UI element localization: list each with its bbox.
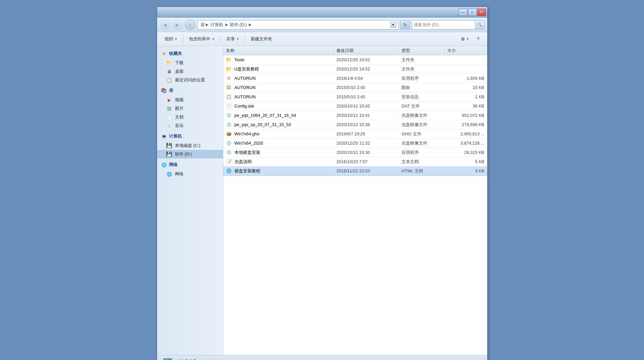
- file-cell-size-8: 2,900,813 ...: [445, 129, 487, 139]
- sidebar-recent-label: 最近访问的位置: [175, 77, 205, 83]
- sidebar-item-music[interactable]: ♪ 音乐: [157, 121, 223, 130]
- file-cell-type-0: 文件夹: [399, 55, 445, 65]
- column-header-size[interactable]: 大小: [445, 46, 487, 55]
- breadcrumb-sep-1: ▶: [206, 22, 208, 27]
- organize-button[interactable]: 组织 ▼: [161, 34, 181, 44]
- file-cell-size-4: 1 KB: [445, 92, 487, 102]
- share-button[interactable]: 共享 ▼: [223, 34, 243, 44]
- table-row[interactable]: 📋 AUTORUN 2015/5/10 2:45 安装信息 1 KB: [223, 92, 487, 102]
- file-name-12: 硬盘安装教程: [235, 168, 260, 174]
- table-row[interactable]: 💿 Win7x64_2020 2020/12/25 11:32 光盘映像文件 3…: [223, 139, 487, 148]
- file-cell-date-12: 2016/11/21 22:03: [334, 166, 399, 176]
- breadcrumb-drive[interactable]: 软件 (D:): [229, 21, 248, 28]
- table-row[interactable]: 🌐 硬盘安装教程 2016/11/21 22:03 HTML 文档 3 KB: [223, 166, 487, 176]
- help-button[interactable]: ?: [473, 34, 483, 44]
- sidebar-item-doc[interactable]: 📄 文档: [157, 113, 223, 121]
- minimize-button[interactable]: —: [459, 9, 467, 16]
- view-arrow: ▼: [466, 37, 469, 41]
- recent-icon: 📋: [166, 77, 172, 83]
- sidebar-doc-label: 文档: [175, 114, 184, 120]
- file-cell-size-7: 279,696 KB: [445, 120, 487, 129]
- share-arrow: ▼: [236, 37, 239, 41]
- file-cell-size-1: [445, 65, 487, 74]
- table-row[interactable]: ⚙ AUTORUN 2016/1/8 4:54 应用程序 1,926 KB: [223, 74, 487, 83]
- titlebar-buttons: — □ ✕: [459, 9, 486, 16]
- file-name-9: Win7x64_2020: [235, 141, 263, 146]
- column-header-date[interactable]: 修改日期: [334, 46, 399, 55]
- back-button[interactable]: ◀: [160, 20, 170, 30]
- table-row[interactable]: 💿 pe_yqs_1064_20_07_31_16_04 2020/10/12 …: [223, 111, 487, 120]
- file-cell-type-9: 光盘映像文件: [399, 139, 445, 148]
- search-input[interactable]: [412, 22, 475, 27]
- file-cell-size-3: 10 KB: [445, 83, 487, 92]
- close-button[interactable]: ✕: [477, 9, 486, 16]
- file-cell-name-5: 📄 Config.dat: [223, 102, 334, 111]
- file-cell-type-3: 图标: [399, 83, 445, 92]
- file-cell-date-7: 2020/10/12 15:36: [334, 120, 399, 129]
- toolbar-sep-1: [183, 35, 183, 43]
- file-cell-type-1: 文件夹: [399, 65, 445, 74]
- sidebar-item-download[interactable]: 📁 下载: [157, 59, 223, 67]
- table-row[interactable]: 📄 Config.dat 2020/10/12 15:42 DAT 文件 36 …: [223, 102, 487, 111]
- include-label: 包含到库中: [189, 36, 210, 42]
- file-cell-name-12: 🌐 硬盘安装教程: [223, 166, 334, 176]
- file-cell-type-8: GHO 文件: [399, 129, 445, 139]
- maximize-button[interactable]: □: [468, 9, 477, 16]
- refresh-button[interactable]: ↻: [401, 20, 410, 29]
- new-folder-button[interactable]: 新建文件夹: [247, 34, 276, 44]
- file-icon-9: 💿: [226, 140, 232, 146]
- breadcrumb: 🖥 ▶ 计算机 ▶ 软件 (D:) ▶: [200, 21, 389, 28]
- search-button[interactable]: 🔍: [475, 21, 484, 29]
- file-cell-size-6: 652,072 KB: [445, 111, 487, 120]
- sidebar-item-network[interactable]: 🌐 网络: [157, 170, 223, 178]
- doc-icon: 📄: [166, 114, 172, 120]
- file-icon-12: 🌐: [226, 168, 232, 174]
- breadcrumb-computer[interactable]: 计算机: [209, 21, 225, 28]
- file-cell-name-1: 📁 U盘安装教程: [223, 65, 334, 74]
- file-name-0: Tools: [235, 57, 244, 62]
- table-row[interactable]: 📝 光盘说明 2016/10/23 7:07 文本文档 5 KB: [223, 157, 487, 166]
- sidebar-item-recent[interactable]: 📋 最近访问的位置: [157, 76, 223, 84]
- up-button[interactable]: ↑: [185, 20, 195, 30]
- file-name-10: 本地硬盘安装: [235, 150, 260, 156]
- column-header-type[interactable]: 类型: [399, 46, 445, 55]
- sidebar-item-desktop[interactable]: 🖥 桌面: [157, 67, 223, 76]
- file-cell-name-3: 🖼 AUTORUN: [223, 83, 334, 92]
- computer-icon: 💻: [161, 133, 167, 139]
- table-row[interactable]: 💿 本地硬盘安装 2020/10/12 15:30 应用程序 28,315 KB: [223, 148, 487, 157]
- file-cell-type-7: 光盘映像文件: [399, 120, 445, 129]
- sidebar-item-c-drive[interactable]: 💾 本地磁盘 (C:): [157, 141, 223, 150]
- table-row[interactable]: 📁 U盘安装教程 2020/12/25 14:52 文件夹: [223, 65, 487, 74]
- sidebar-favorites-header[interactable]: ★ 收藏夹: [157, 49, 223, 59]
- table-row[interactable]: 🖼 AUTORUN 2015/5/10 2:45 图标 10 KB: [223, 83, 487, 92]
- toolbar-sep-2: [220, 35, 221, 43]
- sidebar-library-header[interactable]: 📚 库: [157, 86, 223, 96]
- file-icon-1: 📁: [226, 66, 232, 72]
- sidebar-item-image[interactable]: 🖼 图片: [157, 104, 223, 113]
- table-row[interactable]: 💿 pe_yqs_xp_20_07_31_15_53 2020/10/12 15…: [223, 120, 487, 129]
- organize-arrow: ▼: [175, 37, 178, 41]
- folder-icon: 📁: [166, 60, 172, 66]
- column-header-name[interactable]: 名称: [223, 46, 334, 55]
- file-cell-name-7: 💿 pe_yqs_xp_20_07_31_15_53: [223, 120, 334, 129]
- forward-button[interactable]: ▶: [172, 20, 183, 30]
- file-cell-date-5: 2020/10/12 15:42: [334, 102, 399, 111]
- view-button[interactable]: ⊞ ▼: [457, 34, 473, 44]
- file-list-container: 名称 修改日期 类型 大小 📁 Tools 2020/12/25 14:52 文…: [223, 46, 487, 355]
- file-name-1: U盘安装教程: [235, 66, 259, 72]
- sidebar-network-header[interactable]: 🌐 网络: [157, 160, 223, 170]
- sidebar-cdrive-label: 本地磁盘 (C:): [175, 143, 200, 149]
- statusbar-drive-icon: [162, 356, 173, 360]
- include-button[interactable]: 包含到库中 ▼: [185, 34, 218, 44]
- sidebar-item-d-drive[interactable]: 💾 软件 (D:): [157, 150, 223, 158]
- sidebar-computer-header[interactable]: 💻 计算机: [157, 131, 223, 141]
- table-row[interactable]: 📦 Win7x64.gho 2019/9/7 19:25 GHO 文件 2,90…: [223, 129, 487, 139]
- sidebar-item-video[interactable]: ▶ 视频: [157, 96, 223, 104]
- file-icon-0: 📁: [226, 57, 232, 63]
- address-dropdown[interactable]: ▼: [390, 22, 396, 28]
- file-rows: 📁 Tools 2020/12/25 14:52 文件夹 📁 U盘安装教程 20…: [223, 55, 487, 176]
- table-row[interactable]: 📁 Tools 2020/12/25 14:52 文件夹: [223, 55, 487, 65]
- file-cell-type-12: HTML 文档: [399, 166, 445, 176]
- file-list-header: 名称 修改日期 类型 大小: [223, 46, 487, 55]
- file-cell-date-8: 2019/9/7 19:25: [334, 129, 399, 139]
